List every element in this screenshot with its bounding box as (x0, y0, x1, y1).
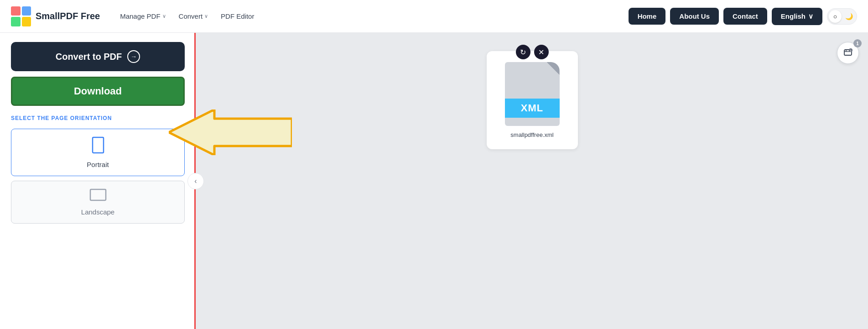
header-right: Home About Us Contact English ∨ ○ 🌙 (629, 8, 857, 25)
xml-file-icon: XML (505, 62, 560, 126)
svg-rect-0 (93, 137, 104, 153)
portrait-icon (92, 136, 104, 157)
portrait-option[interactable]: Portrait (11, 129, 185, 176)
landscape-label: Landscape (81, 208, 114, 216)
logo-title: SmallPDF Free (36, 11, 100, 21)
nav-convert[interactable]: Convert ∨ (173, 9, 214, 24)
convert-chevron-icon: ∨ (204, 13, 208, 19)
sidebar: Convert to PDF → Download SELECT THE PAG… (0, 33, 196, 329)
notification-button-wrapper: 1 1 (837, 42, 859, 64)
home-button[interactable]: Home (629, 8, 666, 25)
refresh-file-button[interactable]: ↻ (516, 45, 530, 59)
manage-pdf-chevron-icon: ∨ (162, 13, 166, 19)
landscape-option[interactable]: Landscape (11, 181, 185, 224)
convert-to-pdf-label: Convert to PDF (56, 52, 122, 62)
chevron-left-icon: ‹ (194, 177, 197, 185)
light-mode-button[interactable]: ○ (829, 10, 842, 23)
notification-icon: 1 (843, 48, 853, 58)
portrait-label: Portrait (87, 161, 109, 168)
refresh-icon: ↻ (520, 48, 526, 57)
notification-area: 1 1 (837, 42, 859, 64)
theme-toggle[interactable]: ○ 🌙 (827, 8, 857, 25)
remove-file-button[interactable]: ✕ (534, 45, 549, 59)
language-button[interactable]: English ∨ (772, 8, 822, 25)
convert-to-pdf-button[interactable]: Convert to PDF → (11, 42, 185, 71)
contact-button[interactable]: Contact (723, 8, 767, 25)
svg-rect-1 (90, 189, 106, 200)
language-chevron-icon: ∨ (808, 12, 813, 21)
arrow-circle-icon: → (127, 50, 140, 63)
landscape-icon (89, 188, 107, 204)
download-button[interactable]: Download (11, 77, 185, 106)
header: SmallPDF Free Manage PDF ∨ Convert ∨ PDF… (0, 0, 868, 33)
orientation-options: Portrait Landscape (11, 129, 185, 224)
collapse-sidebar-button[interactable]: ‹ (187, 173, 204, 189)
nav-pdf-editor-label: PDF Editor (221, 12, 254, 20)
nav-pdf-editor[interactable]: PDF Editor (215, 9, 260, 24)
main-container: Convert to PDF → Download SELECT THE PAG… (0, 33, 868, 329)
language-label: English (781, 12, 806, 20)
xml-badge: XML (505, 99, 560, 118)
close-icon: ✕ (538, 48, 544, 57)
nav-convert-label: Convert (179, 12, 203, 20)
notification-count-badge: 1 (853, 39, 862, 47)
nav-manage-pdf[interactable]: Manage PDF ∨ (114, 9, 171, 24)
dark-mode-button[interactable]: 🌙 (842, 10, 855, 23)
file-card-actions: ↻ ✕ (487, 45, 578, 59)
nav-manage-pdf-label: Manage PDF (120, 12, 160, 20)
about-button[interactable]: About Us (670, 8, 719, 25)
content-area: ↻ ✕ XML smallpdffree.xml (196, 33, 868, 329)
xml-file-body: XML (505, 62, 560, 126)
nav-menu: Manage PDF ∨ Convert ∨ PDF Editor (114, 9, 628, 24)
file-card: ↻ ✕ XML smallpdffree.xml (487, 51, 578, 149)
logo-icon (11, 6, 31, 26)
notification-count: 1 (850, 49, 852, 52)
xml-file-corner (547, 62, 560, 75)
orientation-label: SELECT THE PAGE ORIENTATION (11, 115, 185, 121)
file-name: smallpdffree.xml (510, 131, 553, 138)
logo-area: SmallPDF Free (11, 6, 100, 26)
